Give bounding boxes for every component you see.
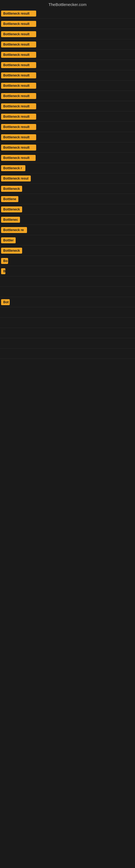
result-row: Bottleneck result	[0, 153, 135, 163]
result-row: B	[0, 266, 135, 276]
result-row	[0, 328, 135, 338]
result-row: Bottleneck result	[0, 143, 135, 153]
bottleneck-badge[interactable]: Bottler	[1, 237, 16, 243]
result-row: Bottlene	[0, 194, 135, 204]
bottleneck-badge[interactable]: Bottleneck result	[1, 134, 36, 140]
bottleneck-badge[interactable]: Bottleneck result	[1, 41, 36, 48]
bottleneck-badge[interactable]: Bottleneck	[1, 207, 22, 212]
bottleneck-badge[interactable]: Bo	[1, 258, 8, 264]
bottleneck-badge[interactable]: Bottleneck result	[1, 93, 36, 99]
bottleneck-badge[interactable]: Bottleneck result	[1, 21, 36, 27]
result-row: Bottleneck result	[0, 60, 135, 70]
result-row	[0, 318, 135, 328]
bottleneck-badge[interactable]: Bottleneck result	[1, 52, 36, 58]
bottleneck-badge[interactable]: Bottlene	[1, 196, 18, 202]
bottleneck-badge[interactable]: Bottleneck result	[1, 145, 36, 151]
result-row: Bottleneck	[0, 246, 135, 256]
result-row	[0, 307, 135, 318]
result-row: Bottleneck	[0, 204, 135, 215]
bottleneck-badge[interactable]: Bottleneck result	[1, 114, 36, 120]
result-row: Bottleneck result	[0, 132, 135, 143]
result-row: Bottleneck resul	[0, 173, 135, 184]
result-row: Bottleneck result	[0, 81, 135, 91]
result-row: Bottleneck result	[0, 70, 135, 81]
result-row: Bottleneck result	[0, 122, 135, 132]
bottleneck-badge[interactable]: Bottleneck result	[1, 155, 36, 161]
bottleneck-badge[interactable]: Bottleneck result	[1, 10, 36, 17]
bottleneck-badge[interactable]: Bottlenec	[1, 217, 20, 223]
result-row: Bottleneck result	[0, 112, 135, 122]
result-row: Bottleneck result	[0, 101, 135, 112]
result-row: Bottleneck result	[0, 19, 135, 29]
bottleneck-badge[interactable]: Bottleneck result	[1, 62, 36, 68]
result-row	[0, 348, 135, 359]
result-row: Bottleneck re	[0, 225, 135, 235]
result-row: Bot	[0, 297, 135, 307]
bottleneck-badge[interactable]: Bottleneck result	[1, 124, 36, 130]
result-row	[0, 338, 135, 348]
bottleneck-badge[interactable]: Bottleneck result	[1, 72, 36, 79]
bottleneck-badge[interactable]: Bottleneck r	[1, 165, 26, 171]
result-row: Bottleneck result	[0, 8, 135, 19]
bottleneck-badge[interactable]: Bottleneck re	[1, 227, 27, 233]
bottleneck-badge[interactable]: Bottleneck	[1, 248, 22, 254]
result-row: Bottleneck r	[0, 163, 135, 173]
bottleneck-badge[interactable]: B	[1, 268, 5, 274]
result-row: Bottleneck	[0, 184, 135, 194]
bottleneck-badge[interactable]: Bot	[1, 299, 10, 305]
result-row: Bottleneck result	[0, 29, 135, 39]
bottleneck-badge[interactable]: Bottleneck	[1, 186, 22, 192]
bottleneck-badge[interactable]: Bottleneck result	[1, 31, 36, 37]
result-row: Bo	[0, 256, 135, 266]
result-row: Bottleneck result	[0, 50, 135, 60]
result-row: Bottleneck result	[0, 39, 135, 50]
result-row	[0, 276, 135, 287]
bottleneck-badge[interactable]: Bottleneck result	[1, 103, 36, 109]
bottleneck-badge[interactable]: Bottleneck result	[1, 83, 36, 89]
result-row	[0, 287, 135, 297]
bottleneck-badge[interactable]: Bottleneck resul	[1, 176, 31, 182]
result-row: Bottlenec	[0, 215, 135, 225]
site-title: TheBottlenecker.com	[0, 0, 135, 8]
result-row: Bottleneck result	[0, 91, 135, 101]
result-row: Bottler	[0, 235, 135, 246]
